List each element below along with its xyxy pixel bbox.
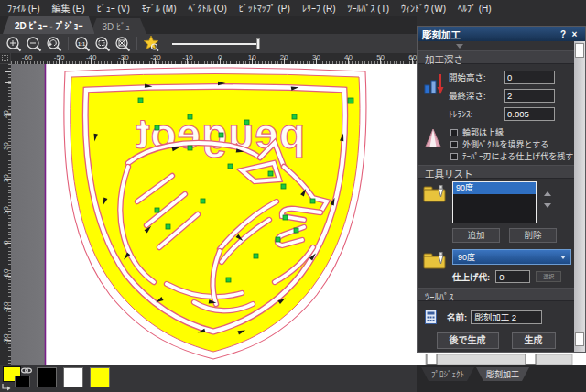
select-tool-button[interactable]: 選択 bbox=[536, 271, 561, 282]
tool-list-area: 90度 追加 削除 90度 bbox=[418, 179, 574, 283]
view-tab[interactable]: 3D ﾋﾞｭｰ bbox=[90, 18, 146, 34]
field-input[interactable] bbox=[504, 89, 555, 103]
ruler-label: -50 bbox=[43, 53, 75, 61]
name-label: 名前: bbox=[447, 310, 467, 323]
ruler-label: 30 bbox=[300, 53, 332, 61]
delete-tool-button[interactable]: 削除 bbox=[509, 228, 557, 243]
menu-bar: ﾌｧｲﾙ (F)編集 (E)ﾋﾞｭｰ (V)ﾓﾃﾞﾙ (M)ﾍﾞｸﾄﾙ (O)ﾋ… bbox=[0, 0, 586, 16]
vbit-cone-icon bbox=[424, 127, 442, 151]
tool-list-arrows bbox=[544, 191, 551, 208]
allowance-label: 仕上げ代: bbox=[452, 270, 490, 283]
checkbox[interactable] bbox=[450, 153, 458, 160]
toolbar-separator bbox=[136, 37, 137, 50]
engraving-panel: 彫刻加工 ? × 加工深さ 開始高さ: 最終深さ: ﾄﾚﾗﾝｽ: bbox=[417, 26, 586, 353]
tool-list-item[interactable]: 90度 bbox=[453, 182, 536, 194]
ruler-label: -40 bbox=[75, 53, 107, 61]
zoom-1-1-icon[interactable]: 1:1 bbox=[72, 35, 92, 52]
checkbox-label: 輪郭は上縁 bbox=[462, 126, 504, 138]
field-label: 最終深さ: bbox=[449, 89, 504, 102]
menu-item[interactable]: ﾓﾃﾞﾙ (M) bbox=[142, 1, 177, 15]
menu-item[interactable]: ﾚﾘｰﾌ (R) bbox=[302, 1, 336, 15]
allowance-input[interactable] bbox=[495, 270, 530, 283]
menu-item[interactable]: 編集 (E) bbox=[52, 1, 85, 15]
ruler-label: -60 bbox=[11, 53, 43, 61]
menu-item[interactable]: ﾋﾞｭｰ (V) bbox=[97, 1, 130, 15]
panel-tab[interactable]: ﾌﾟﾛｼﾞｪｸﾄ bbox=[421, 367, 474, 381]
application-window: ﾌｧｲﾙ (F)編集 (E)ﾋﾞｭｰ (V)ﾓﾃﾞﾙ (M)ﾍﾞｸﾄﾙ (O)ﾋ… bbox=[0, 0, 586, 392]
palette-swatch[interactable] bbox=[90, 367, 110, 387]
tool-folder-icon bbox=[423, 251, 448, 273]
ruler-label: 50 bbox=[364, 53, 396, 61]
scrollbar-thumb[interactable] bbox=[575, 43, 584, 58]
ruler-label: -20 bbox=[139, 53, 171, 61]
checkbox-row: ﾃｰﾊﾟｰ刃による仕上げ代を残す bbox=[418, 150, 574, 162]
view-tab-bar: 2D ﾋﾞｭｰ - ﾌﾟｼﾞｮｰ3D ﾋﾞｭｰ bbox=[0, 16, 417, 34]
panel-tab-bar: ﾌﾟﾛｼﾞｪｸﾄ彫刻加工 bbox=[417, 365, 586, 392]
zoom-slider-track bbox=[172, 43, 256, 45]
ruler-label: 20 bbox=[0, 162, 11, 194]
depth-options: 輪郭は上縁 外側ﾍﾞｸﾄﾙを境界とする ﾃｰﾊﾟｰ刃による仕上げ代を残す bbox=[418, 125, 574, 165]
tool-buttons: 追加 削除 bbox=[452, 228, 574, 243]
toolbar-separator bbox=[68, 37, 69, 50]
depth-gauge-icon bbox=[423, 71, 445, 100]
color-palette-bar bbox=[0, 365, 417, 392]
palette-swatch[interactable] bbox=[63, 367, 83, 387]
ruler-label: -30 bbox=[0, 323, 11, 355]
scrollbar-end-button[interactable] bbox=[575, 332, 584, 346]
panel-title: 彫刻加工 bbox=[422, 27, 558, 41]
move-up-icon[interactable] bbox=[544, 191, 551, 196]
add-tool-button[interactable]: 追加 bbox=[452, 228, 500, 243]
view-tab[interactable]: 2D ﾋﾞｭｰ - ﾌﾟｼﾞｮｰ bbox=[3, 16, 94, 34]
checkbox[interactable] bbox=[450, 129, 458, 136]
section-header-toolpath: ﾂｰﾙﾊﾟｽ bbox=[418, 288, 574, 301]
depth-fields: 開始高さ: 最終深さ: ﾄﾚﾗﾝｽ: bbox=[418, 64, 574, 125]
zoom-selection-icon[interactable] bbox=[92, 35, 113, 52]
menu-item[interactable]: ﾂｰﾙﾊﾟｽ (T) bbox=[348, 1, 390, 15]
zoom-previous-icon[interactable] bbox=[44, 35, 64, 52]
selected-tool-dropdown[interactable]: 90度 bbox=[452, 249, 571, 265]
page-selection-handles[interactable] bbox=[426, 354, 572, 365]
ruler-label: -10 bbox=[171, 53, 203, 61]
panel-title-bar: 彫刻加工 ? × bbox=[418, 27, 585, 41]
menu-item[interactable]: ﾍﾙﾌﾟ (H) bbox=[458, 1, 492, 15]
zoom-slider[interactable] bbox=[172, 38, 260, 50]
ruler-origin-icon bbox=[0, 53, 11, 64]
checkbox[interactable] bbox=[450, 141, 458, 148]
zoom-out-icon[interactable] bbox=[24, 35, 44, 52]
menu-item[interactable]: ﾍﾞｸﾄﾙ (O) bbox=[189, 1, 227, 15]
field-input[interactable] bbox=[504, 107, 555, 121]
menu-item[interactable]: ﾌｧｲﾙ (F) bbox=[7, 1, 40, 15]
tool-folder-icon bbox=[423, 184, 448, 206]
palette-swatch[interactable] bbox=[37, 367, 57, 387]
tool-list[interactable]: 90度 bbox=[452, 181, 537, 223]
ruler-label: 10 bbox=[0, 194, 11, 226]
zoom-in-icon[interactable] bbox=[4, 35, 24, 52]
panel-scrollbar[interactable] bbox=[574, 41, 585, 352]
generate-button[interactable]: 生成 bbox=[512, 332, 556, 349]
chevron-down-icon bbox=[560, 256, 566, 259]
swap-colors-icon[interactable] bbox=[1, 379, 11, 392]
ruler-label: -30 bbox=[107, 53, 139, 61]
toolpath-name-row: 名前: bbox=[418, 310, 574, 324]
generate-later-button[interactable]: 後で生成 bbox=[437, 332, 499, 349]
section-header-tools: 工具リスト bbox=[418, 165, 574, 179]
ruler-label: 10 bbox=[236, 53, 268, 61]
zoom-extents-icon[interactable] bbox=[113, 35, 133, 52]
zoom-favorite-star-icon[interactable] bbox=[141, 35, 161, 52]
section-header-depth: 加工深さ bbox=[418, 50, 574, 64]
help-button[interactable]: ? bbox=[558, 29, 569, 39]
move-down-icon[interactable] bbox=[544, 203, 551, 208]
menu-item[interactable]: ﾋﾞｯﾄﾏｯﾌﾟ (P) bbox=[239, 1, 290, 15]
field-input[interactable] bbox=[504, 71, 555, 84]
toolpath-name-input[interactable] bbox=[471, 310, 542, 324]
svg-text:1:1: 1:1 bbox=[78, 40, 85, 46]
close-button[interactable]: × bbox=[569, 29, 581, 39]
link-colors-icon[interactable] bbox=[20, 363, 33, 379]
zoom-slider-handle[interactable] bbox=[256, 38, 260, 49]
ruler-label: 40 bbox=[332, 53, 364, 61]
menu-item[interactable]: ｳｨﾝﾄﾞｳ (W) bbox=[401, 1, 446, 15]
generate-buttons: 後で生成 生成 bbox=[418, 332, 574, 349]
field-row: ﾄﾚﾗﾝｽ: bbox=[418, 104, 574, 123]
panel-tab[interactable]: 彫刻加工 bbox=[476, 367, 529, 381]
checkbox-label: ﾃｰﾊﾟｰ刃による仕上げ代を残す bbox=[462, 150, 573, 162]
